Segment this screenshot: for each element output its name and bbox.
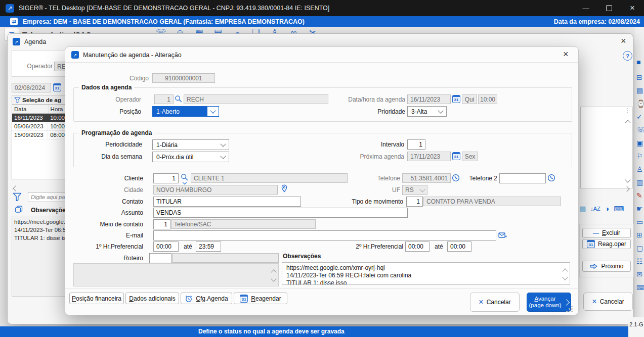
posicao-financeira-button[interactable]: Posição financeira (69, 293, 124, 304)
excluir-button[interactable]: — Excluir (582, 228, 631, 238)
sync-icon[interactable]: ⇄ (10, 18, 18, 25)
hr1-to-input[interactable]: 23:59 (196, 242, 221, 252)
scroll-right-arrow[interactable] (625, 184, 629, 193)
maximize-button[interactable] (597, 0, 621, 16)
dados-adicionais-button[interactable]: Dados adicionais (125, 293, 179, 304)
column-header-hora[interactable]: Hora (48, 105, 65, 113)
doc-icon[interactable]: ▭ (636, 218, 644, 228)
email-input[interactable] (153, 230, 496, 240)
table-row[interactable]: 16/11/2023 10:00 (12, 114, 65, 122)
clock-icon[interactable]: ⌚ (636, 100, 644, 110)
resize-grip[interactable] (571, 306, 573, 307)
user-icon[interactable]: ♙ (636, 165, 644, 175)
weekday-chip: Qui (462, 94, 477, 104)
search-icon[interactable] (181, 173, 188, 184)
contato-label: Contato (113, 198, 143, 205)
dialog-cancelar-button[interactable]: × Cancelar (470, 293, 520, 312)
periodicidade-dropdown[interactable]: 1-Diária (152, 139, 229, 150)
avancar-button[interactable]: Avançar (page down) (527, 293, 571, 312)
close-button[interactable]: × (621, 0, 644, 16)
panel-icon[interactable]: ▣ (636, 139, 644, 149)
cliente-num-input[interactable]: 1 (153, 173, 179, 183)
send-mail-icon[interactable] (498, 232, 507, 239)
dialog-icon: ↗ (71, 51, 79, 59)
observacoes-title: Observaçõe (31, 207, 66, 214)
intervalo-value: 1 (419, 141, 422, 148)
window-icon[interactable]: ▢ (636, 244, 644, 254)
lines-icon[interactable]: ☷ (636, 257, 644, 267)
dia-semana-dropdown[interactable]: 0-Próx.dia útil (152, 152, 229, 162)
mail-icon[interactable]: ✉ (636, 270, 644, 280)
observacoes-textarea[interactable]: https://meet.google.com/xmr-oyrj-hqi 14/… (282, 262, 570, 285)
telefone2-input[interactable] (499, 173, 546, 183)
calendar-icon[interactable]: 31 (452, 152, 460, 160)
filter-input[interactable]: Digite aqui par (28, 192, 65, 202)
intervalo-input[interactable]: 1 (407, 139, 425, 150)
uf-value: RS (405, 186, 414, 194)
sort-az-icon[interactable]: ↓AZ (590, 206, 600, 213)
company-name: Empresa: DEM - BASE DE DEMONSTRACAO GERA… (23, 18, 305, 25)
telefone2-label: Telefone 2 (464, 175, 497, 182)
hr2-to-input[interactable]: 00:00 (447, 242, 471, 252)
prioridade-dropdown[interactable]: 3-Alta (407, 106, 447, 117)
scroll-down-arrow[interactable] (272, 274, 276, 283)
cell-hora: 10:00 (48, 122, 65, 130)
scroll-down-arrow[interactable] (563, 272, 567, 281)
reag-oper-button[interactable]: 31 Reag.oper (582, 239, 631, 249)
minimize-button[interactable]: — (574, 0, 597, 16)
posicao-dropdown[interactable]: 1-Aberto (152, 106, 219, 117)
hr1-from-input[interactable]: 00:00 (153, 242, 179, 252)
dialog-close-button[interactable]: × (563, 50, 569, 59)
paint-icon[interactable]: ✎ (636, 191, 644, 202)
kebab-menu[interactable]: ⋮ (624, 108, 630, 113)
pointer-icon[interactable]: ☛ (636, 205, 644, 215)
obs-line: 14/11/2023-Ter 06:5 (14, 226, 65, 234)
palette-icon[interactable]: ◑ (605, 205, 609, 213)
flag-icon[interactable]: ⚐ (636, 152, 644, 162)
active-module-icon[interactable]: ■ (636, 58, 644, 68)
agenda-cancelar-button[interactable]: × Cancelar (583, 293, 633, 311)
help-button[interactable]: ? (623, 51, 632, 61)
contato-input[interactable]: TITULAR (153, 197, 301, 207)
whatsapp-icon[interactable] (452, 174, 460, 182)
reagendar-button[interactable]: 31 Reagendar (234, 293, 287, 304)
scroll-up-arrow[interactable] (626, 116, 630, 125)
assunto-input[interactable]: VENDAS (153, 208, 408, 218)
column-header-data[interactable]: Data (12, 105, 48, 113)
table-row[interactable]: 05/06/2023 10:00 (12, 122, 65, 131)
scroll-down-arrow[interactable] (626, 175, 630, 184)
agenda-window-title: Agenda (24, 38, 46, 45)
box-icon[interactable]: ▥ (636, 178, 644, 188)
posicao-value: 1-Aberto (156, 108, 180, 115)
table-layout-icon[interactable]: ▦ (579, 205, 586, 213)
calendar-icon[interactable]: 31 (452, 95, 460, 103)
status-message: Define o status no qual a agenda deve se… (198, 328, 345, 335)
grid-icon[interactable]: ⊞ (636, 231, 644, 241)
roteiro-num-input[interactable] (149, 253, 171, 263)
launch-arrow-icon: ↗ (73, 53, 77, 58)
tipo-movimento-num-input[interactable]: 1 (406, 197, 423, 207)
observacoes-panel[interactable]: https://meet.google. 14/11/2023-Ter 06:5… (12, 216, 65, 297)
hr2-from-input[interactable]: 00:00 (405, 242, 430, 252)
table-row[interactable]: 15/09/2023 08:00 (12, 131, 65, 139)
proximo-button[interactable]: Próximo (582, 261, 631, 272)
notes-icon[interactable]: ▤ (636, 86, 644, 97)
uf-label: UF (384, 186, 400, 194)
agenda-window-icon: ↗ (13, 38, 20, 45)
telefone-label: Telefone (364, 175, 400, 182)
whatsapp-icon[interactable] (547, 174, 555, 182)
keyboard-icon[interactable]: ⌨ (614, 205, 624, 213)
map-pin-icon[interactable] (281, 184, 288, 192)
cell-hora: 10:00 (48, 114, 65, 122)
scroll-left-arrow[interactable] (14, 183, 18, 192)
phone-icon[interactable]: ☏ (636, 126, 644, 136)
check-icon[interactable]: ✓ (636, 113, 644, 123)
keyboard-icon[interactable]: ⌨ (636, 283, 644, 294)
hr2-to: 00:00 (450, 243, 465, 250)
printer-icon[interactable]: ⊟ (636, 73, 644, 83)
cfg-agenda-button[interactable]: Cfg.Agenda (181, 293, 232, 304)
meio-contato-num-input[interactable]: 1 (153, 219, 170, 229)
search-icon[interactable] (175, 95, 182, 103)
agenda-close-button[interactable]: × (621, 36, 626, 45)
calendar-icon[interactable]: 31 (53, 83, 61, 91)
